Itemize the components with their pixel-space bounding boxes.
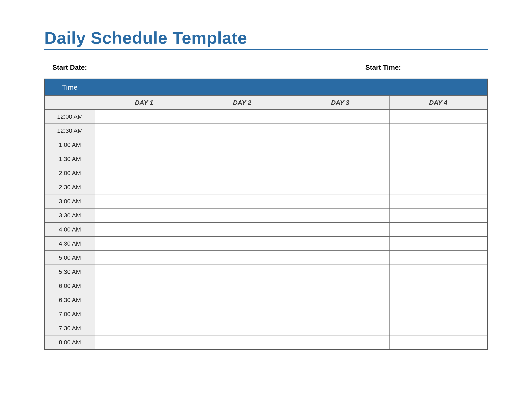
table-row: 3:00 AM	[45, 194, 487, 208]
schedule-slot[interactable]	[389, 236, 487, 251]
schedule-slot[interactable]	[291, 307, 389, 321]
schedule-slot[interactable]	[95, 293, 193, 307]
page-title: Daily Schedule Template	[44, 28, 488, 48]
schedule-slot[interactable]	[95, 208, 193, 223]
schedule-slot[interactable]	[291, 279, 389, 293]
time-cell: 7:30 AM	[45, 321, 95, 335]
schedule-slot[interactable]	[291, 208, 389, 223]
schedule-slot[interactable]	[193, 321, 291, 335]
time-header: Time	[45, 79, 95, 96]
schedule-slot[interactable]	[95, 236, 193, 251]
schedule-slot[interactable]	[95, 194, 193, 208]
schedule-table: Time DAY 1 DAY 2 DAY 3 DAY 4 12:00 AM12:…	[44, 79, 488, 350]
schedule-slot[interactable]	[193, 307, 291, 321]
schedule-slot[interactable]	[291, 138, 389, 152]
schedule-slot[interactable]	[193, 138, 291, 152]
start-time-input[interactable]	[402, 63, 484, 71]
schedule-slot[interactable]	[291, 166, 389, 180]
table-row: 7:30 AM	[45, 321, 487, 335]
schedule-slot[interactable]	[389, 152, 487, 166]
header-blank	[95, 79, 487, 96]
schedule-slot[interactable]	[291, 110, 389, 124]
schedule-slot[interactable]	[95, 223, 193, 236]
table-row: 7:00 AM	[45, 307, 487, 321]
schedule-slot[interactable]	[95, 138, 193, 152]
start-date-input[interactable]	[88, 63, 178, 71]
table-row: 4:30 AM	[45, 236, 487, 251]
schedule-slot[interactable]	[291, 293, 389, 307]
schedule-slot[interactable]	[389, 223, 487, 236]
table-row: 1:30 AM	[45, 152, 487, 166]
schedule-slot[interactable]	[193, 279, 291, 293]
schedule-slot[interactable]	[389, 265, 487, 279]
schedule-slot[interactable]	[291, 321, 389, 335]
schedule-slot[interactable]	[389, 251, 487, 265]
schedule-slot[interactable]	[193, 166, 291, 180]
schedule-slot[interactable]	[193, 223, 291, 236]
schedule-slot[interactable]	[389, 110, 487, 124]
schedule-slot[interactable]	[193, 265, 291, 279]
schedule-slot[interactable]	[95, 279, 193, 293]
schedule-slot[interactable]	[389, 335, 487, 350]
schedule-slot[interactable]	[193, 251, 291, 265]
day-header-4: DAY 4	[389, 95, 487, 110]
schedule-slot[interactable]	[95, 307, 193, 321]
table-row: 3:30 AM	[45, 208, 487, 223]
table-row: 6:00 AM	[45, 279, 487, 293]
schedule-slot[interactable]	[193, 236, 291, 251]
schedule-slot[interactable]	[193, 335, 291, 350]
schedule-slot[interactable]	[193, 124, 291, 138]
schedule-slot[interactable]	[389, 124, 487, 138]
schedule-slot[interactable]	[389, 180, 487, 194]
schedule-slot[interactable]	[193, 180, 291, 194]
schedule-slot[interactable]	[95, 251, 193, 265]
time-cell: 6:30 AM	[45, 293, 95, 307]
table-row: 2:00 AM	[45, 166, 487, 180]
schedule-slot[interactable]	[389, 279, 487, 293]
schedule-slot[interactable]	[95, 335, 193, 350]
table-row: 8:00 AM	[45, 335, 487, 350]
time-cell: 5:30 AM	[45, 265, 95, 279]
table-row: 6:30 AM	[45, 293, 487, 307]
schedule-slot[interactable]	[95, 265, 193, 279]
schedule-slot[interactable]	[193, 110, 291, 124]
schedule-slot[interactable]	[291, 223, 389, 236]
schedule-slot[interactable]	[193, 194, 291, 208]
schedule-slot[interactable]	[389, 208, 487, 223]
schedule-slot[interactable]	[291, 236, 389, 251]
schedule-slot[interactable]	[291, 152, 389, 166]
table-row: 4:00 AM	[45, 223, 487, 236]
schedule-slot[interactable]	[389, 293, 487, 307]
schedule-slot[interactable]	[95, 180, 193, 194]
start-time-label: Start Time:	[365, 64, 401, 71]
schedule-slot[interactable]	[389, 138, 487, 152]
time-cell: 6:00 AM	[45, 279, 95, 293]
schedule-slot[interactable]	[389, 307, 487, 321]
schedule-slot[interactable]	[389, 321, 487, 335]
time-cell: 3:30 AM	[45, 208, 95, 223]
start-time-field: Start Time:	[365, 63, 484, 71]
schedule-slot[interactable]	[95, 110, 193, 124]
day-header-1: DAY 1	[95, 95, 193, 110]
start-date-label: Start Date:	[52, 64, 87, 71]
schedule-slot[interactable]	[389, 166, 487, 180]
table-row: 12:30 AM	[45, 124, 487, 138]
schedule-slot[interactable]	[291, 251, 389, 265]
schedule-slot[interactable]	[291, 335, 389, 350]
schedule-slot[interactable]	[95, 321, 193, 335]
schedule-slot[interactable]	[389, 194, 487, 208]
time-cell: 1:00 AM	[45, 138, 95, 152]
day-header-3: DAY 3	[291, 95, 389, 110]
schedule-slot[interactable]	[193, 152, 291, 166]
schedule-slot[interactable]	[95, 124, 193, 138]
schedule-slot[interactable]	[95, 166, 193, 180]
schedule-slot[interactable]	[95, 152, 193, 166]
schedule-slot[interactable]	[291, 124, 389, 138]
schedule-slot[interactable]	[193, 208, 291, 223]
schedule-slot[interactable]	[291, 180, 389, 194]
time-cell: 5:00 AM	[45, 251, 95, 265]
schedule-slot[interactable]	[291, 194, 389, 208]
schedule-slot[interactable]	[193, 293, 291, 307]
time-cell: 1:30 AM	[45, 152, 95, 166]
schedule-slot[interactable]	[291, 265, 389, 279]
